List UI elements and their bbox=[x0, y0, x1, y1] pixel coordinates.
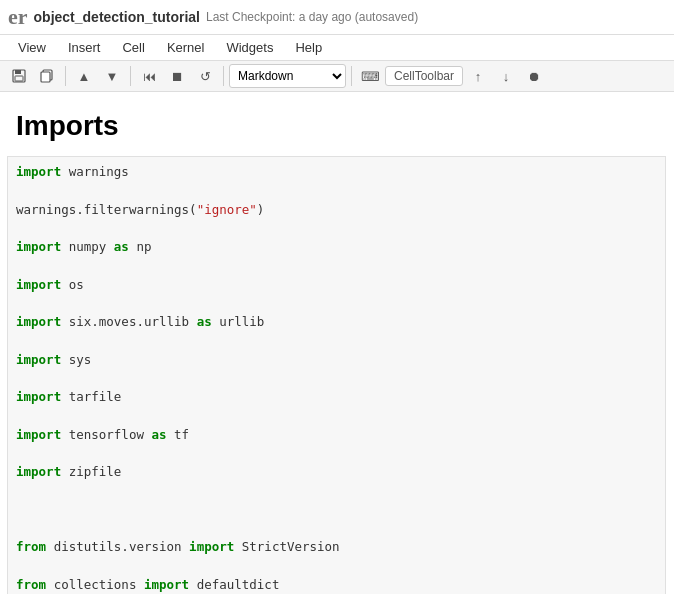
move-up-button[interactable]: ▲ bbox=[71, 64, 97, 88]
code-cell-imports[interactable]: import warnings warnings.filterwarnings(… bbox=[0, 154, 674, 594]
cell-type-select[interactable]: Markdown Code Raw NBConvert Heading bbox=[229, 64, 346, 88]
menu-insert[interactable]: Insert bbox=[58, 37, 111, 58]
svg-rect-4 bbox=[41, 72, 50, 82]
markdown-cell-imports: Imports bbox=[0, 102, 674, 150]
stop-button[interactable]: ⏹ bbox=[164, 64, 190, 88]
imports-heading: Imports bbox=[16, 110, 658, 142]
copy-icon bbox=[40, 69, 54, 83]
menu-kernel[interactable]: Kernel bbox=[157, 37, 215, 58]
keyboard-shortcuts-button[interactable]: ⌨ bbox=[357, 64, 383, 88]
jupyter-logo: er bbox=[8, 4, 28, 30]
copy-button[interactable] bbox=[34, 64, 60, 88]
download-button[interactable]: ↓ bbox=[493, 64, 519, 88]
menu-widgets[interactable]: Widgets bbox=[216, 37, 283, 58]
checkpoint-info: Last Checkpoint: a day ago (autosaved) bbox=[206, 10, 418, 24]
toolbar-divider-4 bbox=[351, 66, 352, 86]
main-content: Imports import warnings warnings.filterw… bbox=[0, 92, 674, 594]
restart-button[interactable]: ↺ bbox=[192, 64, 218, 88]
toolbar: ▲ ▼ ⏮ ⏹ ↺ Markdown Code Raw NBConvert He… bbox=[0, 61, 674, 92]
notebook-name[interactable]: object_detection_tutorial bbox=[34, 9, 200, 25]
menu-bar: View Insert Cell Kernel Widgets Help bbox=[0, 35, 674, 61]
move-down-button[interactable]: ▼ bbox=[99, 64, 125, 88]
code-pre: import warnings warnings.filterwarnings(… bbox=[16, 163, 657, 594]
svg-rect-1 bbox=[15, 70, 21, 74]
svg-rect-2 bbox=[15, 76, 23, 81]
toolbar-divider-2 bbox=[130, 66, 131, 86]
save-button[interactable] bbox=[6, 64, 32, 88]
toolbar-divider-3 bbox=[223, 66, 224, 86]
upload-button[interactable]: ↑ bbox=[465, 64, 491, 88]
menu-view[interactable]: View bbox=[8, 37, 56, 58]
cell-toolbar-button[interactable]: CellToolbar bbox=[385, 66, 463, 86]
record-button[interactable]: ⏺ bbox=[521, 64, 547, 88]
run-first-button[interactable]: ⏮ bbox=[136, 64, 162, 88]
menu-help[interactable]: Help bbox=[285, 37, 332, 58]
menu-cell[interactable]: Cell bbox=[112, 37, 154, 58]
code-cell-content[interactable]: import warnings warnings.filterwarnings(… bbox=[7, 156, 666, 594]
save-icon bbox=[12, 69, 26, 83]
toolbar-divider-1 bbox=[65, 66, 66, 86]
title-bar: er object_detection_tutorial Last Checkp… bbox=[0, 0, 674, 35]
